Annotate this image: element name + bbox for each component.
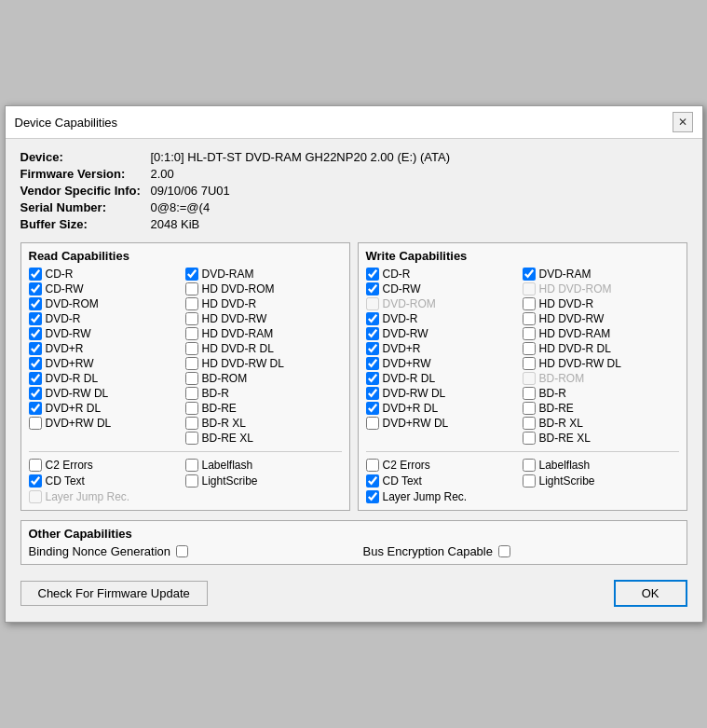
vendor-label: Vendor Specific Info: (20, 184, 151, 198)
cap-checkbox[interactable] (29, 282, 42, 295)
cap-checkbox[interactable] (523, 312, 536, 325)
cap-item: DVD-RW DL (366, 386, 523, 401)
cap-checkbox[interactable] (523, 268, 536, 281)
cap-checkbox[interactable] (366, 268, 379, 281)
cap-checkbox[interactable] (523, 417, 536, 430)
cap-label: Layer Jump Rec. (46, 490, 130, 503)
cap-checkbox[interactable] (366, 282, 379, 295)
cap-label: HD DVD-RW (202, 312, 267, 325)
vendor-value: 09/10/06 7U01 (151, 184, 230, 198)
cap-checkbox[interactable] (29, 387, 42, 400)
cap-checkbox[interactable] (523, 342, 536, 355)
cap-label: CD Text (383, 474, 422, 488)
cap-checkbox[interactable] (185, 312, 198, 325)
cap-checkbox[interactable] (366, 387, 379, 400)
cap-item: DVD+R DL (366, 401, 523, 416)
cap-checkbox[interactable] (366, 342, 379, 355)
cap-item: DVD-ROM (29, 296, 185, 311)
cap-checkbox[interactable] (29, 372, 42, 385)
cap-checkbox[interactable] (366, 297, 379, 310)
cap-checkbox[interactable] (366, 417, 379, 430)
cap-label: DVD-RAM (202, 268, 254, 281)
cap-item: BD-RE (185, 401, 342, 416)
cap-checkbox[interactable] (29, 357, 42, 370)
cap-checkbox[interactable] (185, 432, 198, 445)
cap-checkbox[interactable] (523, 357, 536, 370)
cap-item: CD-R (29, 267, 185, 282)
close-button[interactable]: ✕ (673, 112, 693, 132)
cap-item: CD-RW (29, 282, 185, 296)
cap-label: HD DVD-R DL (539, 342, 611, 355)
cap-checkbox[interactable] (29, 297, 42, 310)
cap-label: BD-RE XL (202, 432, 253, 445)
cap-item: HD DVD-RW (185, 311, 342, 326)
cap-checkbox[interactable] (185, 297, 198, 310)
cap-checkbox[interactable] (185, 474, 198, 488)
cap-checkbox[interactable] (523, 297, 536, 310)
cap-checkbox[interactable] (366, 312, 379, 325)
cap-checkbox[interactable] (523, 459, 536, 472)
cap-checkbox[interactable] (185, 357, 198, 370)
cap-item: HD DVD-RW DL (185, 356, 342, 371)
dialog-title: Device Capabilities (15, 116, 118, 130)
cap-checkbox[interactable] (523, 402, 536, 415)
cap-item: Layer Jump Rec. (29, 489, 185, 504)
cap-checkbox[interactable] (29, 417, 42, 430)
cap-checkbox[interactable] (185, 327, 198, 340)
cap-label: BD-R (202, 387, 229, 400)
cap-checkbox[interactable] (29, 459, 42, 472)
cap-checkbox[interactable] (523, 282, 536, 295)
buffer-value: 2048 KiB (151, 217, 200, 231)
cap-checkbox[interactable] (366, 402, 379, 415)
cap-label: CD-R (383, 268, 411, 281)
cap-checkbox[interactable] (523, 372, 536, 385)
cap-checkbox[interactable] (185, 402, 198, 415)
cap-item: HD DVD-R (185, 296, 342, 311)
cap-checkbox[interactable] (366, 357, 379, 370)
cap-checkbox[interactable] (366, 490, 379, 503)
other-cap-checkbox[interactable] (498, 545, 510, 557)
cap-checkbox[interactable] (185, 459, 198, 472)
cap-checkbox[interactable] (185, 417, 198, 430)
cap-item: DVD+R (366, 341, 523, 356)
cap-item: LightScribe (185, 474, 342, 488)
cap-label: HD DVD-RAM (202, 327, 274, 340)
cap-checkbox[interactable] (523, 327, 536, 340)
cap-checkbox[interactable] (366, 327, 379, 340)
cap-checkbox[interactable] (523, 432, 536, 445)
other-cap-item: Bus Encryption Capable (363, 544, 679, 558)
cap-checkbox[interactable] (523, 387, 536, 400)
cap-label: DVD-R (383, 312, 418, 325)
cap-checkbox[interactable] (185, 387, 198, 400)
ok-button[interactable]: OK (614, 580, 687, 607)
cap-item: CD Text (29, 474, 185, 488)
cap-checkbox[interactable] (29, 490, 42, 503)
cap-item: BD-ROM (523, 371, 679, 386)
cap-checkbox[interactable] (29, 268, 42, 281)
firmware-update-button[interactable]: Check For Firmware Update (20, 581, 208, 606)
cap-label: DVD+R DL (46, 402, 102, 415)
cap-item: BD-R (523, 386, 679, 401)
write-cap-title: Write Capabilities (366, 249, 679, 263)
cap-checkbox[interactable] (185, 268, 198, 281)
cap-label: DVD-R DL (383, 372, 436, 385)
cap-checkbox[interactable] (185, 282, 198, 295)
cap-item: DVD+R (29, 341, 185, 356)
cap-checkbox[interactable] (366, 459, 379, 472)
cap-item: Layer Jump Rec. (366, 489, 523, 504)
cap-checkbox[interactable] (29, 402, 42, 415)
cap-checkbox[interactable] (185, 372, 198, 385)
cap-label: DVD+RW (46, 357, 94, 370)
cap-checkbox[interactable] (185, 342, 198, 355)
cap-checkbox[interactable] (29, 312, 42, 325)
cap-checkbox[interactable] (29, 327, 42, 340)
device-value: [0:1:0] HL-DT-ST DVD-RAM GH22NP20 2.00 (… (151, 150, 450, 164)
write-capabilities-box: Write Capabilities CD-RDVD-RAMCD-RWHD DV… (358, 242, 687, 511)
cap-checkbox[interactable] (366, 372, 379, 385)
cap-checkbox[interactable] (523, 474, 536, 488)
cap-checkbox[interactable] (29, 342, 42, 355)
cap-checkbox[interactable] (366, 474, 379, 488)
cap-item: C2 Errors (29, 458, 185, 473)
cap-checkbox[interactable] (29, 474, 42, 488)
other-cap-checkbox[interactable] (176, 545, 188, 557)
